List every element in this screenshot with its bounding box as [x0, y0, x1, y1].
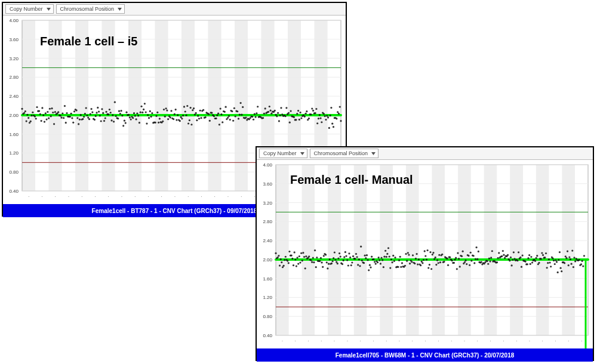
svg-rect-7	[115, 20, 128, 191]
svg-point-460	[314, 249, 316, 251]
svg-text:2.80: 2.80	[9, 75, 19, 80]
svg-point-557	[409, 263, 411, 264]
svg-point-226	[211, 112, 213, 113]
svg-point-563	[415, 258, 417, 260]
svg-point-112	[90, 113, 91, 115]
svg-point-71	[45, 118, 47, 120]
svg-rect-14	[208, 20, 221, 191]
svg-point-134	[113, 121, 115, 122]
svg-point-218	[202, 109, 204, 111]
svg-text:·: ·	[399, 339, 400, 343]
svg-point-651	[501, 255, 503, 257]
svg-point-480	[334, 251, 336, 253]
svg-point-102	[79, 119, 81, 121]
svg-point-668	[518, 251, 519, 253]
svg-point-130	[109, 109, 110, 110]
svg-point-436	[291, 254, 293, 256]
svg-point-627	[478, 251, 479, 252]
svg-text:·: ·	[174, 195, 176, 199]
svg-point-315	[306, 110, 307, 112]
svg-point-241	[227, 117, 229, 119]
svg-point-600	[451, 260, 453, 261]
svg-text:1.20: 1.20	[263, 295, 272, 300]
svg-text:·: ·	[282, 339, 283, 343]
svg-point-456	[310, 259, 312, 261]
svg-point-570	[421, 262, 423, 264]
svg-point-69	[44, 121, 45, 122]
svg-point-62	[36, 106, 38, 108]
svg-point-535	[387, 247, 389, 249]
chevron-down-icon	[300, 152, 304, 155]
svg-point-285	[274, 110, 276, 112]
svg-point-537	[389, 267, 391, 269]
svg-point-457	[311, 261, 313, 263]
svg-point-540	[392, 255, 394, 257]
svg-point-532	[384, 250, 386, 252]
dropdown-chromosomal-position[interactable]: Chromosomal Position	[56, 4, 125, 14]
dropdown-chrom-pos-label: Chromosomal Position	[60, 6, 115, 12]
svg-point-111	[88, 118, 90, 120]
svg-point-201	[184, 110, 186, 112]
svg-point-630	[481, 261, 482, 263]
svg-point-340	[333, 126, 334, 128]
svg-text:·: ·	[187, 195, 189, 199]
svg-text:0.80: 0.80	[263, 314, 272, 319]
svg-point-513	[366, 254, 368, 256]
svg-point-486	[340, 255, 341, 257]
svg-point-299	[289, 122, 291, 124]
svg-rect-378	[354, 165, 367, 335]
svg-point-508	[361, 260, 363, 261]
svg-point-585	[436, 260, 438, 261]
svg-point-449	[303, 256, 305, 258]
svg-point-719	[568, 264, 570, 266]
svg-point-546	[398, 260, 400, 261]
svg-point-295	[285, 115, 287, 117]
dropdown-copy-number[interactable]: Copy Number	[259, 149, 307, 158]
svg-point-474	[328, 263, 330, 265]
svg-point-446	[300, 252, 302, 254]
svg-point-706	[555, 260, 556, 261]
svg-point-647	[497, 257, 499, 259]
svg-text:2.40: 2.40	[9, 94, 19, 99]
svg-point-433	[288, 262, 290, 264]
svg-point-174	[155, 115, 157, 117]
svg-point-709	[558, 259, 559, 261]
svg-point-167	[148, 117, 150, 119]
svg-point-574	[426, 259, 427, 261]
svg-point-336	[328, 127, 330, 129]
svg-text:·: ·	[308, 339, 309, 343]
svg-point-84	[60, 115, 61, 116]
svg-point-269	[257, 106, 259, 107]
svg-point-663	[513, 251, 515, 253]
svg-point-123	[101, 108, 103, 110]
svg-point-245	[231, 110, 233, 112]
svg-point-60	[34, 115, 36, 117]
svg-point-437	[291, 258, 293, 260]
svg-point-466	[320, 257, 322, 259]
svg-point-153	[133, 112, 135, 114]
svg-point-288	[277, 112, 279, 114]
svg-point-715	[564, 262, 565, 264]
svg-point-50	[23, 112, 25, 114]
svg-point-717	[565, 257, 567, 259]
svg-point-170	[151, 112, 153, 114]
svg-point-465	[319, 260, 321, 262]
svg-point-539	[392, 261, 393, 263]
svg-text:3.20: 3.20	[263, 200, 272, 206]
svg-point-571	[423, 259, 424, 261]
svg-point-97	[73, 110, 75, 112]
svg-point-199	[182, 115, 184, 116]
svg-point-672	[522, 255, 524, 257]
svg-point-184	[166, 109, 168, 111]
svg-point-711	[559, 267, 561, 269]
dropdown-chromosomal-position[interactable]: Chromosomal Position	[310, 149, 379, 158]
svg-point-116	[94, 119, 96, 121]
svg-point-681	[530, 256, 532, 258]
dropdown-copy-number[interactable]: Copy Number	[5, 4, 54, 14]
svg-point-506	[359, 265, 361, 267]
svg-point-526	[378, 259, 380, 261]
svg-point-105	[82, 118, 84, 120]
svg-point-108	[85, 107, 87, 109]
svg-point-332	[324, 115, 326, 117]
svg-point-150	[130, 118, 132, 120]
